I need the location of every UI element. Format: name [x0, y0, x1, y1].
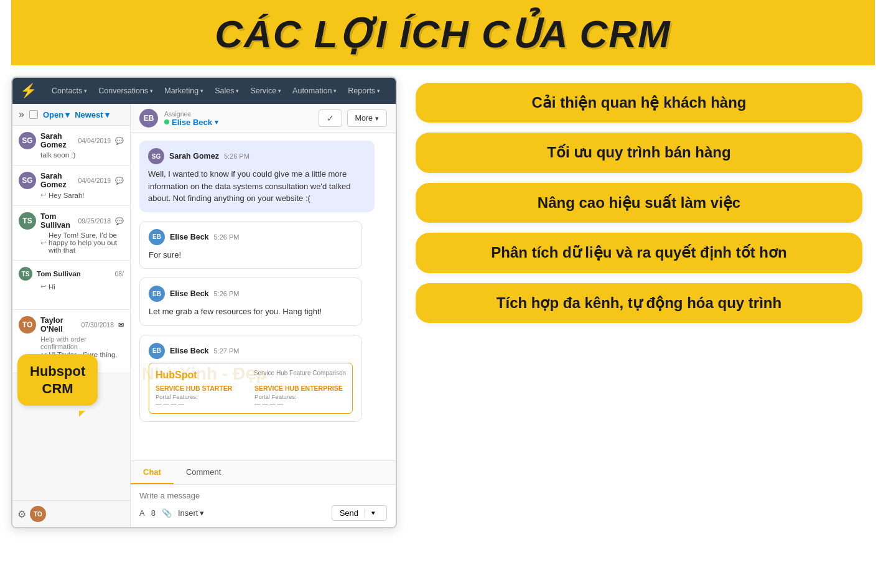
nav-reports[interactable]: Reports ▾ — [348, 86, 380, 95]
chat-input-area: A 8 📎 Insert ▾ — [131, 484, 396, 527]
select-all-checkbox[interactable] — [29, 110, 38, 119]
message-item: SG Sarah Gomez 5:26 PM Well, I wanted to… — [139, 141, 375, 212]
bold-button[interactable]: A — [139, 508, 145, 518]
chevron-down-icon: ▾ — [377, 88, 380, 94]
avatar: EB — [149, 229, 165, 245]
left-sidebar: » Open ▾ Newest ▾ SG — [12, 104, 131, 527]
chevron-down-icon: ▾ — [200, 508, 204, 518]
style-button[interactable]: 8 — [151, 508, 156, 518]
send-button[interactable]: Send ▾ — [332, 505, 387, 521]
open-filter-button[interactable]: Open ▾ — [43, 110, 70, 119]
benefits-panel: Cải thiện quan hệ khách hàng Tối ưu quy … — [397, 77, 875, 329]
benefit-card-2: Tối ưu quy trình bán hàng — [416, 133, 862, 172]
chevron-down-icon: ▾ — [368, 509, 379, 517]
chevron-down-icon: ▾ — [236, 88, 239, 94]
message-input[interactable] — [139, 491, 387, 500]
chevron-down-icon: ▾ — [278, 88, 281, 94]
nav-service[interactable]: Service ▾ — [250, 86, 281, 95]
list-item[interactable]: TS Tom Sullivan 09/25/2018 💬 ↩ Hey Tom! … — [12, 206, 130, 261]
message-icon: 💬 — [115, 177, 124, 185]
assignee-info: Assignee Elise Beck ▾ — [164, 110, 312, 127]
chevron-down-icon: ▾ — [200, 88, 203, 94]
chevron-down-icon: ▾ — [333, 88, 337, 94]
chevron-down-icon: ▾ — [84, 88, 87, 94]
chat-tabs: Chat Comment — [131, 460, 396, 484]
check-button[interactable]: ✓ — [319, 110, 342, 127]
chevron-down-icon: ▾ — [375, 114, 379, 123]
nav-marketing[interactable]: Marketing ▾ — [164, 86, 203, 95]
chevron-down-icon: ▾ — [65, 110, 70, 119]
settings-icon[interactable]: ⚙ — [17, 508, 26, 520]
crm-panel: ⚡ Contacts ▾ Conversations ▾ Marketing ▾… — [11, 77, 397, 528]
chat-input-toolbar: A 8 📎 Insert ▾ — [139, 505, 387, 521]
message-item: EB Elise Beck 5:26 PM Let me grab a few … — [139, 278, 362, 326]
benefit-card-3: Nâng cao hiệu suất làm việc — [416, 183, 862, 223]
chat-panel: EB Assignee Elise Beck ▾ ✓ More ▾ — [131, 104, 396, 527]
inbox-area: » Open ▾ Newest ▾ SG — [12, 104, 396, 527]
newest-filter-button[interactable]: Newest ▾ — [75, 110, 110, 119]
tab-comment[interactable]: Comment — [174, 461, 233, 484]
message-icon: 💬 — [115, 217, 124, 225]
benefit-card-1: Cải thiện quan hệ khách hàng — [416, 83, 862, 123]
assignee-name: Elise Beck ▾ — [164, 118, 312, 127]
list-item[interactable]: SG Sarah Gomez 04/04/2019 💬 talk soon :) — [12, 126, 130, 166]
chat-header: EB Assignee Elise Beck ▾ ✓ More ▾ — [131, 104, 396, 133]
reply-icon: ↩ — [40, 239, 46, 247]
chevron-down-icon: ▾ — [105, 110, 110, 119]
avatar: SG — [19, 172, 36, 189]
nav-automation[interactable]: Automation ▾ — [292, 86, 337, 95]
avatar: SG — [19, 132, 36, 149]
message-item: EB Elise Beck 5:26 PM For sure! — [139, 221, 362, 269]
page-title: CÁC LỢI ÍCH CỦA CRM — [24, 11, 862, 57]
main-content: ⚡ Contacts ▾ Conversations ▾ Marketing ▾… — [0, 65, 886, 534]
email-icon: ✉ — [118, 321, 124, 329]
hubspot-logo-icon: ⚡ — [20, 83, 37, 99]
header-banner: CÁC LỢI ÍCH CỦA CRM — [11, 0, 875, 65]
reply-icon: ↩ — [40, 282, 46, 291]
benefit-card-4: Phân tích dữ liệu và ra quyết định tốt h… — [416, 233, 862, 273]
user-avatar: TO — [30, 506, 46, 522]
message-item: EB Elise Beck 5:27 PM HubSpot Service Hu… — [139, 335, 362, 422]
assignee-avatar: EB — [139, 109, 158, 128]
avatar: TS — [19, 267, 32, 281]
attach-button[interactable]: 📎 — [162, 508, 172, 518]
sidebar-bottom: ⚙ TO — [12, 500, 130, 527]
avatar: TS — [19, 212, 36, 230]
chevron-down-icon: ▾ — [215, 118, 218, 126]
message-icon: 💬 — [115, 137, 124, 145]
tab-chat[interactable]: Chat — [131, 461, 174, 484]
benefit-card-5: Tích hợp đa kênh, tự động hóa quy trình — [416, 283, 862, 323]
hubspot-attachment-card: HubSpot Service Hub Feature Comparison S… — [149, 363, 353, 414]
hubspot-crm-label: Hubspot CRM — [17, 354, 98, 406]
inbox-items: SG Sarah Gomez 04/04/2019 💬 talk soon :)… — [12, 126, 130, 500]
expand-icon[interactable]: » — [19, 109, 24, 120]
avatar: EB — [149, 286, 165, 302]
chevron-down-icon: ▾ — [150, 88, 153, 94]
avatar: EB — [149, 343, 165, 359]
nav-sales[interactable]: Sales ▾ — [215, 86, 239, 95]
nav-contacts[interactable]: Contacts ▾ — [52, 86, 87, 95]
sidebar-toolbar: » Open ▾ Newest ▾ — [12, 104, 130, 126]
avatar: TO — [19, 316, 36, 334]
paperclip-icon: 📎 — [162, 508, 172, 518]
reply-icon: ↩ — [40, 191, 46, 199]
list-item[interactable]: SG Sarah Gomez 04/04/2019 💬 ↩ Hey Sarah! — [12, 166, 130, 206]
avatar: SG — [148, 148, 164, 164]
nav-conversations[interactable]: Conversations ▾ — [98, 86, 153, 95]
more-button[interactable]: More ▾ — [347, 110, 387, 127]
online-status-icon — [164, 119, 169, 124]
nav-bar: ⚡ Contacts ▾ Conversations ▾ Marketing ▾… — [12, 78, 396, 104]
insert-button[interactable]: Insert ▾ — [178, 508, 205, 518]
chat-header-actions: ✓ More ▾ — [319, 110, 387, 127]
messages-area: SG Sarah Gomez 5:26 PM Well, I wanted to… — [131, 133, 396, 460]
list-item[interactable]: TS Tom Sullivan 08/ ↩ Hi — [12, 261, 130, 310]
